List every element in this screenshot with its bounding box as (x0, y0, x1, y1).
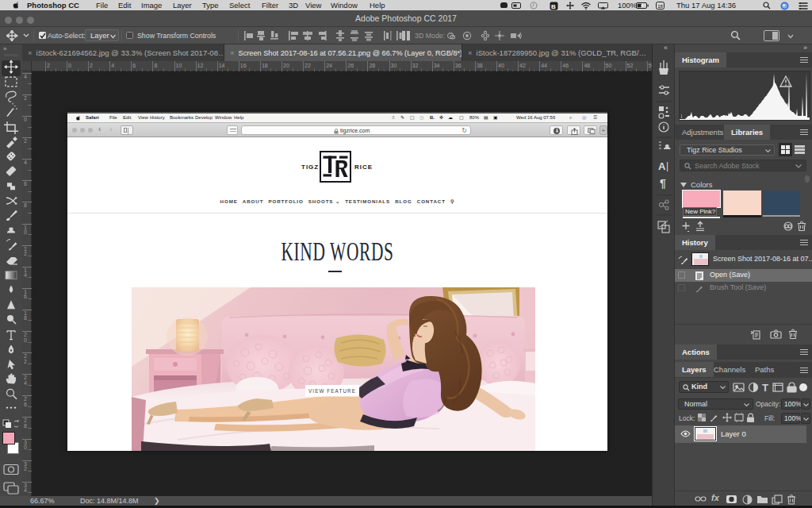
svg-text:A: A (658, 160, 666, 172)
svg-text:¶: ¶ (660, 177, 666, 190)
svg-text:VIEW FEATURE: VIEW FEATURE (308, 388, 356, 394)
svg-text:T: T (762, 382, 768, 393)
svg-text:|: | (666, 160, 668, 171)
svg-text:18: 18 (657, 4, 663, 9)
svg-text:B: B (551, 2, 556, 10)
